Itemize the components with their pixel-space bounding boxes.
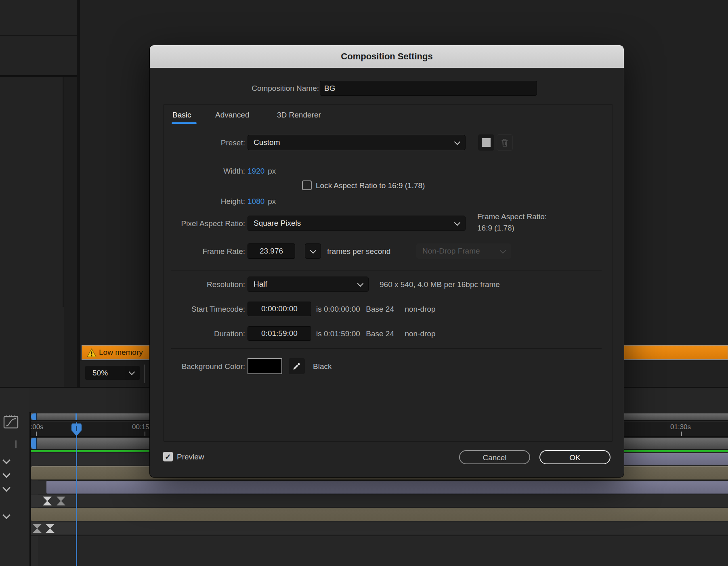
chevron-down-icon[interactable] [2, 456, 10, 464]
low-memory-text: Low memory [99, 348, 143, 357]
section-divider [171, 348, 602, 349]
toolbar-separator [144, 365, 145, 383]
preview-checkbox[interactable]: ✓ [163, 452, 173, 461]
preset-dropdown[interactable]: Custom [248, 135, 466, 150]
save-preset-icon [482, 138, 491, 147]
width-value-row: 1920px [248, 167, 276, 176]
frame-aspect-ratio-label: Frame Aspect Ratio: [477, 212, 547, 221]
preset-value: Custom [254, 138, 280, 147]
background-color-label: Background Color: [156, 362, 245, 371]
chevron-down-icon[interactable] [2, 484, 10, 492]
timecode-base: Base 24 [366, 305, 394, 313]
panel-divider [0, 13, 77, 13]
warning-icon [87, 348, 97, 357]
timecode-drop: non-drop [405, 305, 435, 313]
timeline-column-divider [29, 412, 31, 566]
height-label: Height: [156, 197, 245, 206]
pan-handle[interactable] [15, 440, 17, 448]
layer-track [30, 481, 728, 494]
background-color-swatch[interactable] [248, 358, 282, 374]
ok-button[interactable]: OK [539, 450, 611, 464]
trash-icon [499, 137, 510, 148]
pixel-aspect-ratio-value: Square Pixels [254, 219, 301, 228]
resolution-value: Half [254, 280, 267, 289]
eyedropper-button[interactable] [289, 358, 305, 374]
drop-frame-dropdown: Non-Drop Frame [416, 243, 511, 259]
tab-advanced[interactable]: Advanced [215, 111, 250, 119]
delete-preset-button[interactable] [497, 134, 513, 151]
panel-divider [0, 35, 77, 36]
resolution-dropdown[interactable]: Half [248, 277, 369, 292]
ruler-label: 01:30s [670, 423, 691, 431]
eyedropper-icon [292, 361, 302, 371]
chevron-down-icon [454, 219, 461, 226]
lock-aspect-checkbox[interactable] [302, 180, 312, 190]
preview-label: Preview [177, 453, 204, 461]
width-unit: px [268, 167, 276, 175]
timecode-is: is 0:01:59:00 [316, 329, 360, 338]
row-divider [30, 535, 728, 536]
width-value[interactable]: 1920 [248, 167, 264, 175]
resolution-label: Resolution: [156, 280, 245, 289]
frames-per-second-label: frames per second [327, 247, 390, 256]
lock-aspect-label: Lock Aspect Ratio to 16:9 (1.78) [316, 181, 425, 190]
panel-gutter[interactable] [77, 0, 80, 387]
pixel-aspect-ratio-label: Pixel Aspect Ratio: [156, 219, 245, 228]
ruler-tick [681, 432, 682, 436]
settings-groupbox [163, 104, 613, 442]
pixel-aspect-ratio-dropdown[interactable]: Square Pixels [248, 216, 466, 231]
ruler-label: 00:15 [132, 423, 149, 431]
tab-label: 3D Renderer [277, 111, 321, 119]
background-color-name: Black [313, 362, 331, 371]
section-divider [171, 270, 602, 270]
chevron-down-icon[interactable] [2, 470, 10, 478]
layer-track [30, 508, 728, 521]
dialog-title: Composition Settings [341, 51, 432, 62]
panel-column [64, 77, 77, 387]
property-keyframe-row [30, 522, 728, 535]
tab-basic[interactable]: Basic [172, 111, 191, 119]
chevron-down-icon[interactable] [2, 511, 10, 519]
layer-bar[interactable] [46, 481, 728, 494]
frame-aspect-ratio-value: 16:9 (1.78) [477, 224, 514, 233]
zoom-level-value: 50% [92, 369, 108, 377]
start-timecode-label: Start Timecode: [156, 305, 245, 314]
start-timecode-input[interactable] [248, 302, 311, 316]
timecode-is: is 0:00:00:00 [316, 305, 360, 313]
property-keyframe-row [30, 495, 728, 507]
preset-label: Preset: [156, 138, 245, 147]
duration-input[interactable] [248, 326, 311, 341]
duration-info: is 0:01:59:00 Base 24 non-drop [316, 329, 436, 338]
drop-frame-value: Non-Drop Frame [422, 247, 480, 256]
zoom-level-dropdown[interactable]: 50% [85, 366, 140, 380]
ruler-tick [145, 432, 145, 436]
save-preset-button[interactable] [478, 134, 494, 151]
after-effects-app: Low memory 50% 0:00s 00:15 01:30s [0, 0, 728, 566]
resolution-info: 960 x 540, 4.0 MB per 16bpc frame [380, 280, 500, 289]
timecode-drop: non-drop [405, 329, 435, 338]
cancel-button[interactable]: Cancel [459, 450, 530, 464]
work-area-start-handle[interactable] [31, 438, 37, 449]
ruler-tick [36, 432, 37, 436]
chevron-down-icon [310, 247, 316, 254]
frame-rate-preset-dropdown[interactable] [305, 243, 321, 259]
frame-rate-label: Frame Rate: [156, 247, 245, 256]
layer-bar[interactable] [31, 508, 728, 521]
project-panel [0, 0, 77, 387]
chevron-down-icon [500, 247, 506, 254]
height-value-row: 1080px [248, 197, 276, 206]
row-highlight [30, 495, 77, 507]
graph-editor-icon[interactable] [3, 415, 19, 429]
composition-name-input[interactable] [320, 81, 537, 96]
width-label: Width: [156, 167, 245, 176]
navigator-playhead-tick [76, 413, 77, 420]
navigator-start-handle[interactable] [31, 413, 37, 420]
height-value[interactable]: 1080 [248, 197, 264, 205]
tab-3d-renderer[interactable]: 3D Renderer [277, 111, 321, 119]
chevron-down-icon [454, 138, 461, 145]
frame-rate-input[interactable] [248, 243, 295, 259]
timecode-base: Base 24 [366, 329, 394, 338]
ruler-label: 0:00s [30, 423, 44, 431]
start-timecode-info: is 0:00:00:00 Base 24 non-drop [316, 305, 436, 314]
dialog-titlebar[interactable]: Composition Settings [150, 45, 624, 68]
